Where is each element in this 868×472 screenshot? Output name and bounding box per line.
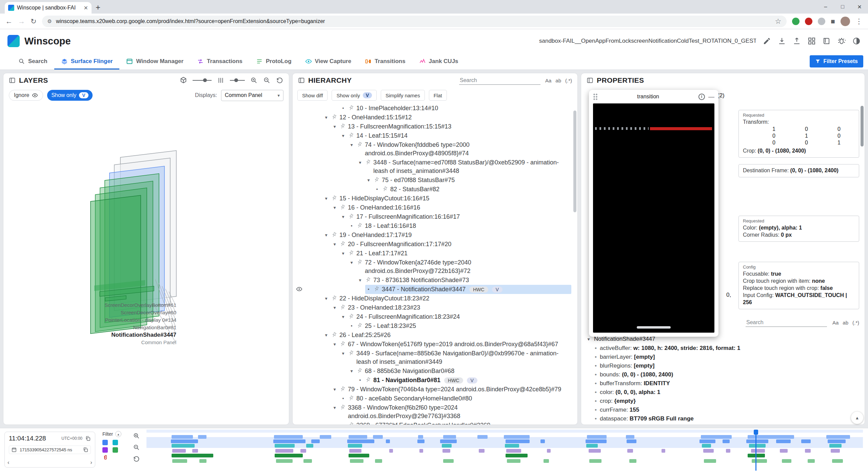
- layer-label[interactable]: NavigationBar0#81: [54, 324, 176, 331]
- zoom-out-icon[interactable]: [133, 444, 140, 451]
- displays-select[interactable]: Common Panel ▾: [221, 90, 283, 101]
- copy-ns-icon[interactable]: [83, 447, 88, 453]
- site-settings-icon[interactable]: ⚙: [47, 18, 52, 24]
- extension-icon-green[interactable]: [792, 18, 800, 25]
- properties-search-input[interactable]: Search: [746, 318, 827, 327]
- zoom-in-icon[interactable]: [250, 77, 258, 84]
- cross-tool-icon[interactable]: [808, 37, 816, 45]
- expand-chevron-icon[interactable]: ▾: [332, 340, 337, 348]
- pin-icon[interactable]: [356, 322, 363, 330]
- tree-node[interactable]: •80 - ace6abb SecondaryHomeHandle0#80: [293, 394, 577, 403]
- edit-icon[interactable]: [763, 37, 771, 45]
- expand-chevron-icon[interactable]: ▾: [357, 276, 363, 284]
- drag-handle-icon[interactable]: [593, 93, 598, 100]
- pin-icon[interactable]: [339, 340, 347, 348]
- expand-chevron-icon[interactable]: ▾: [323, 294, 329, 302]
- transactions-trace-icon[interactable]: [102, 447, 108, 453]
- surface-flinger-trace-icon[interactable]: [102, 440, 108, 445]
- properties-scrollbar[interactable]: [861, 106, 864, 146]
- panel-collapse-icon[interactable]: [9, 77, 16, 84]
- property-item[interactable]: •color: (0, 0, 0), alpha: 1: [581, 388, 865, 397]
- expand-chevron-icon[interactable]: ▾: [323, 331, 329, 339]
- tree-node[interactable]: ▾22 - HideDisplayCutout:18:23#22: [293, 294, 577, 303]
- extensions-puzzle-icon[interactable]: ■: [831, 17, 835, 25]
- browser-menu-icon[interactable]: ⋮: [855, 17, 863, 25]
- simplify-names-button[interactable]: Simplify names: [381, 90, 425, 101]
- next-entry-icon[interactable]: ›: [90, 459, 92, 466]
- layer-label[interactable]: NotificationShade#3447: [54, 331, 176, 339]
- property-item[interactable]: •currFrame: 155: [581, 406, 865, 414]
- pin-icon[interactable]: [364, 158, 372, 166]
- timeline-canvas[interactable]: [146, 430, 863, 471]
- expand-chevron-icon[interactable]: ▾: [340, 132, 346, 140]
- tab-window-manager[interactable]: Window Manager: [119, 53, 190, 70]
- property-item[interactable]: •crop: {empty}: [581, 397, 865, 406]
- tree-node[interactable]: ▾3368 - WindowToken{f6b2f60 type=2024 an…: [293, 403, 577, 421]
- zoom-out-icon[interactable]: [263, 77, 271, 84]
- pin-icon[interactable]: [330, 231, 338, 239]
- tree-node[interactable]: ▾21 - Leaf:17:17#21: [293, 249, 577, 258]
- panel-collapse-icon[interactable]: [587, 77, 593, 84]
- pin-icon[interactable]: [330, 331, 338, 339]
- pin-icon[interactable]: [347, 249, 355, 257]
- pin-icon[interactable]: [356, 222, 363, 230]
- expand-chevron-icon[interactable]: ▾: [332, 122, 337, 131]
- window-manager-trace-icon[interactable]: [113, 440, 118, 445]
- expand-chevron-icon[interactable]: ▾: [340, 213, 346, 221]
- show-only-visible-button[interactable]: Show only V: [332, 90, 377, 101]
- extension-icon-red[interactable]: [805, 18, 812, 25]
- tree-node[interactable]: ▾24 - FullscreenMagnification:18:23#24: [293, 312, 577, 321]
- match-word-icon[interactable]: ab: [843, 320, 848, 326]
- address-bar[interactable]: ⚙ winscope.teams.x20web.corp.google.com/…: [42, 16, 787, 27]
- timeline-cursor-handle[interactable]: [754, 430, 758, 435]
- pin-icon[interactable]: [339, 303, 347, 311]
- report-bug-icon[interactable]: [837, 37, 846, 45]
- prev-entry-icon[interactable]: ‹: [7, 459, 9, 466]
- upload-icon[interactable]: [793, 37, 801, 45]
- new-tab-button[interactable]: +: [96, 4, 100, 11]
- pin-icon[interactable]: [347, 421, 355, 425]
- tab-surface-flinger[interactable]: Surface Flinger: [54, 53, 120, 70]
- tree-node[interactable]: •81 - NavigationBar0#81HWCV: [293, 376, 577, 385]
- show-only-visible-chip[interactable]: Show only V: [47, 90, 92, 101]
- tree-node[interactable]: ▾12 - OneHanded:15:15#12: [293, 113, 577, 122]
- show-diff-button[interactable]: Show diff: [297, 90, 328, 101]
- reset-view-icon[interactable]: [276, 77, 283, 84]
- expand-chevron-icon[interactable]: ▾: [332, 404, 337, 412]
- tree-node[interactable]: ▾73 - 8736138 NotificationShade#73: [293, 276, 577, 285]
- pin-icon[interactable]: [364, 276, 372, 284]
- tree-node[interactable]: ▾68 - 885b63e NavigationBar0#68: [293, 367, 577, 376]
- regex-icon[interactable]: (.*): [852, 320, 859, 326]
- pin-icon[interactable]: [330, 294, 338, 302]
- reset-zoom-icon[interactable]: [133, 455, 140, 463]
- pin-icon[interactable]: [381, 185, 389, 193]
- pin-icon[interactable]: [347, 213, 355, 220]
- expand-chevron-icon[interactable]: ▾: [323, 194, 329, 202]
- tree-node[interactable]: ▾74 - WindowToken{fdddbe6 type=2000 andr…: [293, 140, 577, 158]
- reload-icon[interactable]: ↻: [31, 17, 37, 25]
- expand-chevron-icon[interactable]: ▾: [323, 231, 329, 239]
- pin-icon[interactable]: [356, 367, 363, 375]
- tab-transitions[interactable]: Transitions: [358, 53, 412, 70]
- pin-icon[interactable]: [347, 132, 355, 139]
- filter-presets-button[interactable]: Filter Presets: [810, 55, 863, 67]
- tree-node[interactable]: ▾67 - WindowToken{e5176f9 type=2019 andr…: [293, 340, 577, 349]
- bookmark-star-icon[interactable]: ☆: [775, 17, 781, 25]
- property-item[interactable]: •dataspace: BT709 sRGB Full range: [581, 414, 865, 423]
- pin-icon[interactable]: [330, 113, 338, 121]
- property-item[interactable]: •activeBuffer: w: 1080, h: 2400, stride:…: [581, 344, 865, 353]
- ignore-visibility-chip[interactable]: Ignore: [9, 90, 43, 101]
- hierarchy-search-input[interactable]: Search: [459, 76, 540, 85]
- tree-node[interactable]: ▾79 - WindowToken{7046b4a type=2024 andr…: [293, 385, 577, 394]
- tree-node[interactable]: ▾15 - HideDisplayCutout:16:16#15: [293, 194, 577, 203]
- expand-chevron-icon[interactable]: ▾: [340, 249, 346, 257]
- tree-node[interactable]: •25 - Leaf:18:23#25: [293, 321, 577, 331]
- pin-icon[interactable]: [347, 394, 355, 402]
- expand-chevron-icon[interactable]: ▾: [332, 240, 337, 248]
- tab-search[interactable]: Search: [12, 53, 54, 70]
- forward-icon[interactable]: →: [18, 17, 25, 25]
- pin-icon[interactable]: [373, 176, 380, 184]
- timeline-cursor[interactable]: [755, 430, 756, 471]
- download-icon[interactable]: [778, 37, 786, 45]
- tree-node[interactable]: ▾19 - OneHanded:17:17#19: [293, 231, 577, 240]
